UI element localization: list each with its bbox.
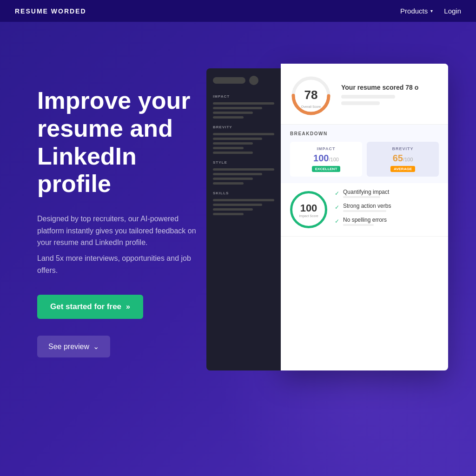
chevrons-icon: » <box>126 303 130 311</box>
impact-card: IMPACT 100/100 EXCELLENT <box>290 142 362 177</box>
skills-section-label: SKILLS <box>213 191 274 195</box>
top-bar-circle <box>249 76 258 85</box>
checkmark-icon: ✓ <box>335 218 339 225</box>
navbar: RESUME WORDED Products ▾ Login <box>0 0 476 22</box>
resume-line <box>213 142 253 145</box>
chevron-down-icon: ▾ <box>430 8 433 13</box>
impact-circle: 100 Impact Score <box>290 191 327 228</box>
resume-panel: IMPACT BREVITY STYLE SKILLS <box>206 68 281 370</box>
brevity-badge: AVERAGE <box>390 166 415 172</box>
score-header: 78 Overall Score Your resume scored 78 o <box>281 64 448 125</box>
hero-left: Improve your resume and LinkedIn profile… <box>37 59 206 357</box>
score-panel: 78 Overall Score Your resume scored 78 o… <box>281 64 448 370</box>
impact-score: 100/100 <box>296 153 357 164</box>
overall-score-label: Overall Score <box>301 105 321 108</box>
resume-line <box>213 168 274 171</box>
login-link[interactable]: Login <box>444 7 461 15</box>
score-placeholder-line <box>341 95 395 99</box>
resume-line <box>213 107 262 109</box>
brevity-section-label: BREVITY <box>213 125 274 129</box>
impact-card-label: IMPACT <box>296 146 357 151</box>
check-line <box>343 224 374 226</box>
impact-section: 100 Impact Score ✓ Quantifying impact <box>281 183 448 237</box>
checkmark-icon: ✓ <box>335 204 339 211</box>
hero-section: Improve your resume and LinkedIn profile… <box>0 22 476 476</box>
brevity-score: 65/100 <box>372 153 433 164</box>
hero-title: Improve your resume and LinkedIn profile <box>37 87 206 198</box>
check-text-3: No spelling errors <box>343 217 387 223</box>
checkmark-icon: ✓ <box>335 190 339 197</box>
impact-badge: EXCELLENT <box>312 166 341 172</box>
chevron-down-icon: ⌄ <box>93 342 99 351</box>
score-title-area: Your resume scored 78 o <box>341 84 418 108</box>
check-item: ✓ Strong action verbs <box>335 203 439 212</box>
check-text-2: Strong action verbs <box>343 203 391 209</box>
overall-score-number: 78 <box>304 88 318 102</box>
resume-line <box>213 147 244 149</box>
resume-line <box>213 204 262 206</box>
resume-line <box>213 138 262 140</box>
score-placeholder-line <box>341 101 380 105</box>
hero-description2: Land 5x more interviews, opportunities a… <box>37 252 206 276</box>
resume-line <box>213 182 244 185</box>
resume-line <box>213 116 244 119</box>
check-text-1: Quantifying impact <box>343 189 389 195</box>
breakdown-title: BREAKDOWN <box>290 131 439 136</box>
resume-line <box>213 133 274 135</box>
resume-line <box>213 199 274 201</box>
brevity-card-label: BREVITY <box>372 146 433 151</box>
impact-checks: ✓ Quantifying impact ✓ Strong action ver… <box>335 189 439 231</box>
see-preview-button[interactable]: See preview ⌄ <box>37 336 110 357</box>
overall-score-circle: 78 Overall Score <box>290 75 332 117</box>
breakdown-section: BREAKDOWN IMPACT 100/100 EXCELLENT BREVI… <box>281 125 448 183</box>
site-logo: RESUME WORDED <box>15 7 86 15</box>
resume-line <box>213 213 244 215</box>
score-title: Your resume scored 78 o <box>341 84 418 91</box>
resume-line <box>213 173 262 175</box>
nav-right: Products ▾ Login <box>400 7 461 15</box>
brevity-card: BREVITY 65/100 AVERAGE <box>367 142 439 177</box>
top-bar-pill <box>213 77 245 84</box>
check-line <box>343 210 386 212</box>
check-item: ✓ Quantifying impact <box>335 189 439 198</box>
get-started-button[interactable]: Get started for free » <box>37 295 143 319</box>
products-menu[interactable]: Products ▾ <box>400 7 433 15</box>
resume-line <box>213 208 253 211</box>
check-item: ✓ No spelling errors <box>335 217 439 226</box>
hero-description: Designed by top recruiters, our AI-power… <box>37 213 206 249</box>
resume-line <box>213 112 253 114</box>
impact-circle-score: 100 <box>300 202 317 214</box>
style-section-label: STYLE <box>213 160 274 165</box>
hero-right: IMPACT BREVITY STYLE SKILLS <box>206 59 448 370</box>
breakdown-cards: IMPACT 100/100 EXCELLENT BREVITY 65/100 <box>290 142 439 177</box>
mockup-container: IMPACT BREVITY STYLE SKILLS <box>206 64 448 370</box>
impact-section-label: IMPACT <box>213 94 274 99</box>
check-line <box>343 196 380 198</box>
impact-circle-label: Impact Score <box>299 214 318 218</box>
resume-line <box>213 152 253 154</box>
resume-line <box>213 102 274 105</box>
resume-line <box>213 178 253 180</box>
